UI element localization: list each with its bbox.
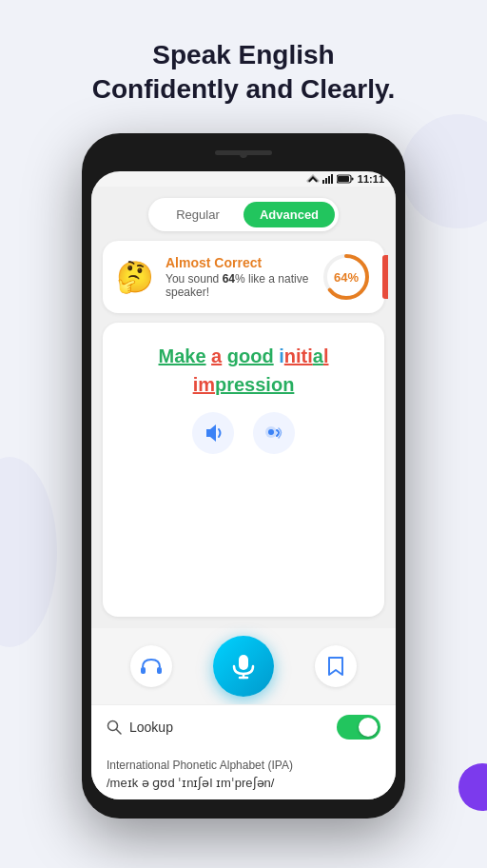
screen-content: Regular Advanced 🤔 Almost Correct You so… [91, 187, 396, 628]
svg-rect-15 [157, 667, 162, 674]
ipa-section: International Phonetic Alphabet (IPA) /m… [91, 749, 396, 799]
svg-marker-11 [206, 424, 216, 442]
tab-advanced[interactable]: Advanced [244, 202, 335, 227]
word-a: a [211, 345, 222, 366]
svg-rect-14 [141, 667, 146, 674]
score-emoji: 🤔 [116, 259, 154, 295]
battery-icon [337, 174, 354, 184]
word-pression: pression [215, 374, 294, 395]
phrase-area: Make a good initial impression [103, 323, 384, 617]
signal-icon [322, 174, 334, 184]
ipa-text: /meɪk ə ɡʊd ˈɪnɪʃəl ɪmˈpreʃən/ [107, 776, 380, 790]
score-percentage: 64 [223, 272, 235, 286]
audio-buttons [192, 412, 295, 454]
toggle-lookup[interactable] [337, 715, 380, 740]
status-time: 11:11 [358, 173, 384, 185]
speaker-icon [203, 424, 224, 443]
bg-circle-right [401, 114, 487, 228]
lookup-bar: Lookup [91, 704, 396, 749]
voice-button[interactable] [253, 412, 295, 454]
status-icons [306, 174, 354, 184]
progress-text: 64% [334, 270, 359, 285]
svg-line-20 [117, 730, 122, 735]
svg-rect-16 [239, 655, 248, 670]
circular-progress: 64% [321, 252, 371, 302]
word-niti: niti [284, 345, 313, 366]
word-a2: a [313, 345, 323, 366]
bg-circle-left [0, 457, 57, 647]
bookmark-button[interactable] [315, 645, 357, 687]
svg-rect-4 [328, 176, 330, 184]
score-title: Almost Correct [166, 255, 310, 270]
side-accent [382, 255, 388, 299]
search-icon [107, 720, 122, 735]
headphone-icon [141, 658, 162, 675]
lookup-label: Lookup [129, 720, 173, 735]
score-description: You sound 64% like a native speaker! [166, 272, 310, 299]
svg-rect-5 [331, 174, 333, 184]
phone-wrapper: 11:11 Regular Advanced 🤔 Almost Correct … [82, 133, 405, 819]
score-card: 🤔 Almost Correct You sound 64% like a na… [103, 241, 384, 313]
bottom-controls [91, 628, 396, 704]
word-im: im [193, 374, 215, 395]
header-title: Speak English Confidently and Clearly. [19, 38, 468, 108]
mic-button[interactable] [213, 636, 274, 697]
score-text: Almost Correct You sound 64% like a nati… [166, 255, 310, 299]
wifi-icon [306, 174, 320, 184]
word-good: good [227, 345, 274, 366]
svg-rect-7 [338, 176, 349, 182]
bookmark-icon [327, 656, 344, 677]
lookup-left: Lookup [107, 720, 173, 735]
tab-selector: Regular Advanced [148, 198, 339, 231]
svg-rect-2 [322, 180, 324, 184]
header: Speak English Confidently and Clearly. [0, 0, 487, 127]
phone-top-bar [91, 143, 396, 171]
word-make: Make [159, 345, 206, 366]
speaker-button[interactable] [192, 412, 234, 454]
ipa-title: International Phonetic Alphabet (IPA) [107, 759, 380, 772]
tab-regular[interactable]: Regular [152, 202, 244, 227]
svg-rect-3 [325, 178, 327, 184]
phrase-text: Make a good initial impression [159, 342, 329, 399]
phone-camera [240, 150, 247, 158]
toggle-thumb [359, 718, 378, 737]
status-bar: 11:11 [91, 171, 396, 187]
voice-icon [263, 424, 284, 443]
svg-point-13 [268, 429, 274, 435]
phone-frame: 11:11 Regular Advanced 🤔 Almost Correct … [82, 133, 405, 819]
word-l: l [323, 345, 329, 366]
purple-circle [458, 763, 487, 811]
headphone-button[interactable] [130, 645, 172, 687]
mic-icon [230, 653, 257, 680]
phone-screen: 11:11 Regular Advanced 🤔 Almost Correct … [91, 171, 396, 799]
svg-rect-8 [351, 178, 353, 181]
